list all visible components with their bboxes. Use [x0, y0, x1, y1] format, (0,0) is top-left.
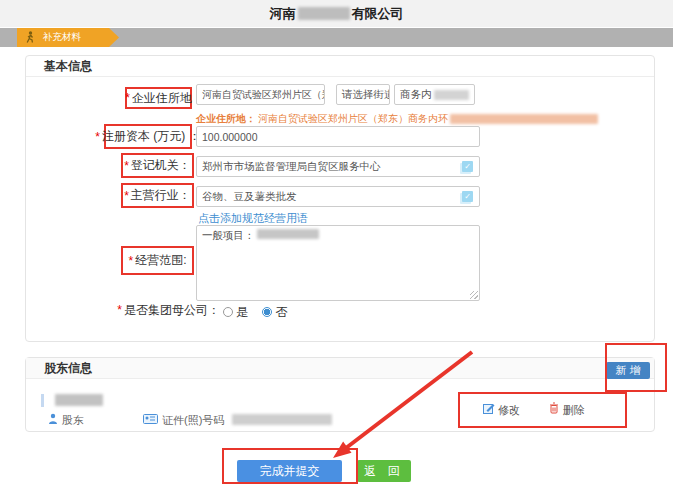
redacted-address-detail — [434, 90, 470, 100]
window-title-bar: 河南 有限公司 — [0, 0, 673, 27]
redacted-cert-number — [232, 414, 332, 425]
radio-yes-label: 是 — [236, 305, 248, 319]
capital-label-text: 注册资本 (万元) ： — [102, 128, 201, 145]
add-scope-terms-link[interactable]: 点击添加规范经营用语 — [198, 211, 308, 226]
breadcrumb: 补充材料 — [0, 28, 673, 47]
authority-label-text: 登记机关： — [131, 157, 191, 174]
person-icon — [48, 413, 58, 424]
tab-label: 补充材料 — [43, 31, 81, 44]
shareholder-panel: 股东信息 新 增 股东 证件(照)号码 修改 删除 — [25, 357, 655, 432]
industry-label: * 主营行业： — [121, 183, 194, 208]
address-hint-label: 企业住所地： — [196, 112, 256, 126]
id-card-icon — [143, 414, 158, 424]
basic-info-panel: 基本信息 * 企业住所地 河南自贸试验区郑州片区（郑东） 请选择街道 商务内 企… — [25, 55, 655, 342]
address-detail-input[interactable]: 商务内 — [394, 84, 475, 105]
shareholder-title: 股东信息 — [26, 358, 654, 379]
street-select-value: 请选择街道 — [342, 88, 390, 102]
page-title: 河南 有限公司 — [270, 5, 404, 23]
radio-no-label: 否 — [275, 305, 287, 319]
page-title-suffix: 有限公司 — [352, 5, 404, 23]
required-star: * — [95, 130, 100, 144]
industry-picker-icon[interactable]: ✓ — [462, 191, 473, 202]
edit-icon — [483, 402, 495, 414]
scope-label: * 经营范围: — [121, 246, 194, 275]
address-region-value: 河南自贸试验区郑州片区（郑东） — [202, 88, 325, 102]
industry-input[interactable] — [196, 186, 480, 207]
capital-input[interactable] — [196, 126, 480, 147]
scope-value-prefix: 一般项目： — [202, 229, 255, 241]
back-button[interactable]: 返 回 — [357, 460, 411, 482]
basic-info-title: 基本信息 — [26, 56, 654, 77]
address-detail-value: 商务内 — [400, 88, 432, 102]
required-star: * — [124, 189, 129, 203]
add-shareholder-button[interactable]: 新 增 — [606, 362, 650, 379]
scope-textarea[interactable]: 一般项目： — [196, 225, 480, 301]
required-star: * — [128, 254, 133, 268]
address-label: * 企业住所地 — [125, 87, 192, 109]
authority-picker-icon[interactable]: ✓ — [462, 161, 473, 172]
group-parent-radios: 是 否 — [223, 302, 297, 321]
address-region-input[interactable]: 河南自贸试验区郑州片区（郑东） — [196, 84, 325, 105]
address-hint-value: 河南自贸试验区郑州片区（郑东）商务内环 — [258, 112, 448, 126]
required-star: * — [117, 303, 122, 317]
row-accent-bar — [41, 394, 44, 407]
redacted-scope — [257, 229, 319, 239]
redacted-address-hint — [450, 114, 598, 124]
radio-yes[interactable] — [223, 307, 233, 317]
modify-button[interactable]: 修改 — [498, 403, 520, 418]
required-star: * — [124, 159, 129, 173]
walking-person-icon — [25, 31, 35, 44]
shareholder-role: 股东 — [62, 413, 84, 428]
authority-input[interactable] — [196, 156, 480, 177]
cert-number-label: 证件(照)号码 — [162, 413, 224, 428]
trash-icon — [549, 402, 559, 414]
radio-no[interactable] — [262, 307, 272, 317]
page-title-prefix: 河南 — [270, 5, 296, 23]
address-hint: 企业住所地： 河南自贸试验区郑州片区（郑东）商务内环 — [196, 112, 598, 126]
submit-button[interactable]: 完成并提交 — [237, 460, 342, 482]
capital-label: * 注册资本 (万元) ： — [104, 124, 192, 149]
scope-label-text: 经营范围: — [135, 252, 186, 269]
redacted-company-name — [298, 7, 350, 20]
delete-button[interactable]: 删除 — [563, 403, 585, 418]
group-parent-label-text: 是否集团母公司： — [124, 302, 220, 319]
tab-supplementary-materials[interactable]: 补充材料 — [17, 28, 119, 47]
required-star: * — [125, 91, 130, 105]
group-parent-label: * 是否集团母公司： — [86, 302, 220, 318]
authority-label: * 登记机关： — [121, 153, 194, 178]
redacted-shareholder-name — [55, 394, 103, 406]
address-label-text: 企业住所地 — [132, 90, 192, 107]
industry-label-text: 主营行业： — [131, 187, 191, 204]
street-select[interactable]: 请选择街道 — [336, 84, 390, 105]
